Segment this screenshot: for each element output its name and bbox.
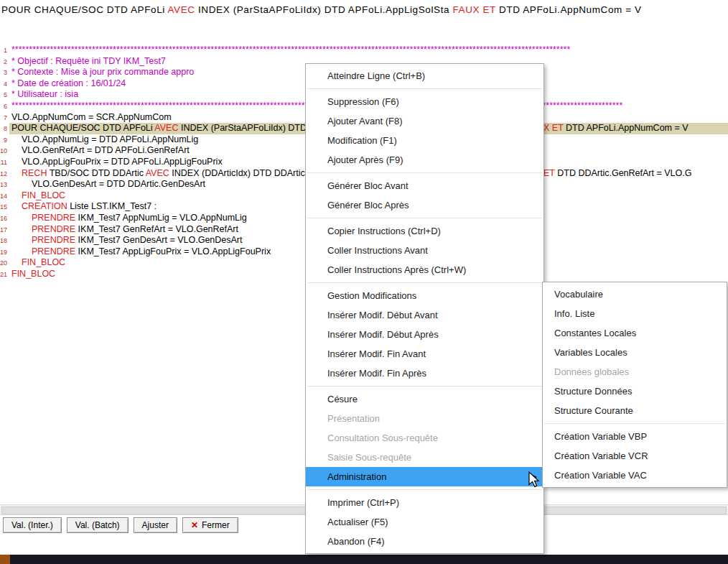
code-token: PRENDRE <box>32 246 75 256</box>
menu-separator <box>307 386 542 387</box>
menu-item-modification-f1[interactable]: Modification (F1) <box>306 131 543 150</box>
menu-item-label: Consultation Sous-requête <box>327 433 438 443</box>
menu-item-inserer-modif-fin-apres[interactable]: Insérer Modif. Fin Après <box>306 364 543 383</box>
menu-item-generer-bloc-apres[interactable]: Générer Bloc Après <box>306 195 543 215</box>
menu-item-imprimer-ctrl-p[interactable]: Imprimer (Ctrl+P) <box>306 493 543 512</box>
menu-item-coller-instructions-apres-ctrl-w[interactable]: Coller Instructions Après (Ctrl+W) <box>306 260 543 279</box>
val-batch-button[interactable]: Val. (Batch) <box>67 517 129 533</box>
code-line-1[interactable]: 1***************************************… <box>0 45 728 56</box>
line-number: 21 <box>0 271 7 278</box>
line-number: 9 <box>0 137 7 144</box>
code-token: * Date de création : 16/01/24 <box>11 78 126 88</box>
line-number: 19 <box>0 249 7 256</box>
code-token: X ET <box>543 123 564 133</box>
code-token: FIN_BLOC <box>11 269 55 279</box>
menu-separator <box>307 88 542 89</box>
code-token: VLO.AppNumCom = SCR.AppNumCom <box>11 112 172 122</box>
menu-item-actualiser-f5[interactable]: Actualiser (F5) <box>306 512 543 532</box>
taskbar <box>0 555 728 564</box>
menu-item-cesure[interactable]: Césure <box>306 389 543 409</box>
code-token: DTD APFoLi.AppNumCom = V <box>496 4 642 15</box>
footer-toolbar: Val. (Inter.)Val. (Batch)Ajuster✕Fermer <box>3 517 238 533</box>
code-token: VLO.GenRefArt = DTD APFoLi.GenRefArt <box>22 145 190 155</box>
code-token: FIN_BLOC <box>22 257 65 267</box>
submenu-item-constantes-locales[interactable]: Constantes Locales <box>543 323 727 343</box>
line-number: 7 <box>0 114 7 121</box>
menu-item-abandon-f4[interactable]: Abandon (F4) <box>306 532 543 551</box>
line-number: 5 <box>0 91 7 98</box>
code-token: VLO.AppLigFouPrix = DTD APFoLi.AppLigFou… <box>22 157 223 167</box>
code-token: POUR CHAQUE/SOC DTD APFoLi <box>1 4 168 15</box>
code-token: RECH <box>22 168 47 178</box>
code-token: DTD DDArtic.GenRefArt = VLO.G <box>555 168 692 178</box>
menu-item-coller-instructions-avant[interactable]: Coller Instructions Avant <box>306 241 543 260</box>
menu-item-label: Constantes Locales <box>554 328 636 338</box>
mouse-cursor <box>528 471 544 489</box>
button-label: Fermer <box>202 520 230 530</box>
code-token: CREATION <box>22 201 67 211</box>
code-line-tail: X ET DTD APFoLi.AppNumCom = V <box>543 123 691 134</box>
menu-item-label: Ajouter Avant (F8) <box>327 116 403 126</box>
menu-item-label: Modification (F1) <box>327 135 397 146</box>
line-number: 14 <box>0 193 7 200</box>
ajuster-button[interactable]: Ajuster <box>134 517 177 533</box>
menu-item-label: Administration <box>327 471 386 482</box>
button-label: Ajuster <box>142 520 169 530</box>
menu-item-label: Saisie Sous-requête <box>327 452 411 463</box>
code-token: INDEX (DDArticIdx) DTD DDArtic <box>169 168 305 178</box>
menu-item-label: Info. Liste <box>554 308 594 319</box>
submenu-item-creation-variable-vcr[interactable]: Création Variable VCR <box>543 446 727 466</box>
submenu-item-vocabulaire[interactable]: Vocabulaire <box>543 285 727 304</box>
menu-item-inserer-modif-debut-apres[interactable]: Insérer Modif. Début Après <box>306 325 543 344</box>
line-number: 2 <box>0 58 7 65</box>
menu-item-copier-instructions-ctrl-d[interactable]: Copier Instructions (Ctrl+D) <box>306 221 543 241</box>
line-number: 18 <box>0 237 7 244</box>
menu-item-label: Actualiser (F5) <box>327 517 388 527</box>
code-token: VLO.GenDesArt = DTD DDArtic.GenDesArt <box>32 179 205 189</box>
menu-item-generer-bloc-avant[interactable]: Générer Bloc Avant <box>306 176 543 195</box>
submenu-item-creation-variable-vac[interactable]: Création Variable VAC <box>543 466 727 485</box>
line-number: 15 <box>0 203 7 211</box>
submenu-item-structure-donnees[interactable]: Structure Données <box>543 382 727 401</box>
menu-item-administration[interactable]: Administration▸ <box>306 467 543 486</box>
menu-item-suppression-f6[interactable]: Suppression (F6) <box>306 92 543 111</box>
menu-item-label: Imprimer (Ctrl+P) <box>327 497 399 508</box>
menu-item-label: Insérer Modif. Début Avant <box>327 310 438 320</box>
menu-item-label: Vocabulaire <box>554 289 603 300</box>
submenu-item-info-liste[interactable]: Info. Liste <box>543 304 727 323</box>
menu-item-label: Copier Instructions (Ctrl+D) <box>327 226 441 236</box>
menu-item-inserer-modif-fin-avant[interactable]: Insérer Modif. Fin Avant <box>306 344 543 364</box>
code-token: * Contexte : Mise à jour prix commande a… <box>11 67 194 77</box>
val-inter-button[interactable]: Val. (Inter.) <box>3 517 62 533</box>
menu-item-label: Présentation <box>327 413 380 424</box>
code-token: IKM_Test7 AppLigFouPrix = VLO.AppLigFouP… <box>75 246 271 256</box>
menu-item-saisie-sous-requete: Saisie Sous-requête <box>306 448 543 467</box>
submenu-item-creation-variable-vbp[interactable]: Création Variable VBP <box>543 427 727 446</box>
code-token: * Utilisateur : isia <box>11 89 78 99</box>
code-token: IKM_Test7 GenDesArt = VLO.GenDesArt <box>75 235 242 245</box>
menu-item-presentation: Présentation <box>306 409 543 428</box>
submenu-item-variables-locales[interactable]: Variables Locales <box>543 343 727 362</box>
code-token: ET <box>483 4 496 15</box>
line-number: 8 <box>0 125 7 132</box>
menu-item-ajouter-avant-f8[interactable]: Ajouter Avant (F8) <box>306 111 543 131</box>
menu-separator <box>307 282 542 283</box>
menu-item-label: Création Variable VBP <box>554 431 647 442</box>
code-line-body[interactable]: ****************************************… <box>9 45 728 56</box>
code-token: AVEC <box>154 123 178 133</box>
menu-item-label: Suppression (F6) <box>327 96 399 107</box>
menu-item-ajouter-apres-f9[interactable]: Ajouter Après (F9) <box>306 150 543 170</box>
code-token: PRENDRE <box>32 213 75 223</box>
code-token: IKM_Test7 GenRefArt = VLO.GenRefArt <box>75 224 238 234</box>
submenu-item-structure-courante[interactable]: Structure Courante <box>543 401 727 420</box>
menu-item-gestion-modifications[interactable]: Gestion Modifications <box>306 286 543 305</box>
menu-separator <box>307 218 542 218</box>
fermer-button[interactable]: ✕Fermer <box>182 517 238 533</box>
code-token: TBD/SOC DTD DDArtic <box>47 168 145 178</box>
code-token: DTD APFoLi.AppNumCom = V <box>564 123 689 133</box>
menu-item-label: Césure <box>327 394 358 404</box>
instruction-header: POUR CHAQUE/SOC DTD APFoLi AVEC INDEX (P… <box>1 4 728 17</box>
menu-item-label: Insérer Modif. Fin Après <box>327 368 426 379</box>
menu-item-atteindre-ligne-ctrl-b[interactable]: Atteindre Ligne (Ctrl+B) <box>306 66 543 85</box>
menu-item-inserer-modif-debut-avant[interactable]: Insérer Modif. Début Avant <box>306 305 543 325</box>
